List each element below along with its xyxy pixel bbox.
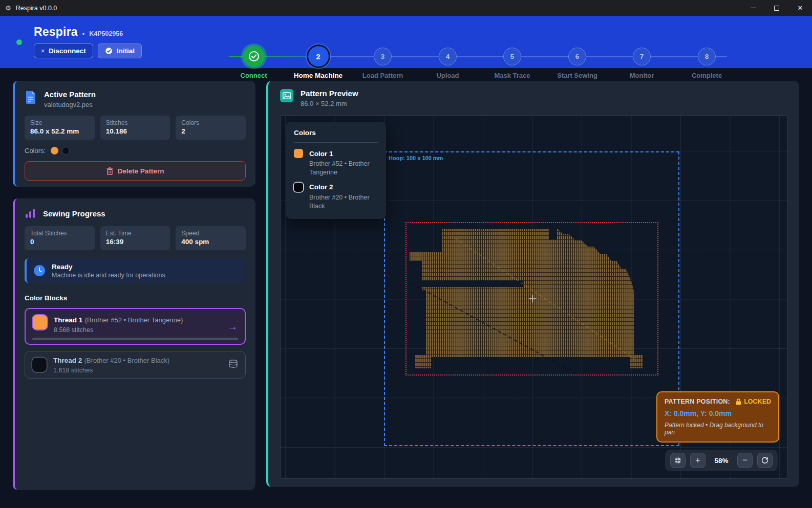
thread-1-row[interactable]: Thread 1 (Brother #52 • Brother Tangerin… <box>25 308 246 345</box>
step-number: 4 <box>439 48 457 65</box>
serial-bullet: • <box>82 30 84 37</box>
pattern-coordinates: X: 0.0mm, Y: 0.0mm <box>665 409 771 417</box>
fit-to-screen-icon <box>674 456 682 465</box>
maximize-button[interactable] <box>765 0 788 16</box>
step-start-sewing[interactable]: 6 Start Sewing <box>545 45 610 79</box>
legend-item-color-1: Color 1 Brother #52 • Brother Tangerine <box>294 149 378 177</box>
step-label: Start Sewing <box>545 72 610 79</box>
delete-pattern-button[interactable]: Delete Pattern <box>25 161 246 181</box>
disconnect-x-icon: × <box>41 48 45 55</box>
step-load-pattern[interactable]: 3 Load Pattern <box>350 45 415 79</box>
step-upload[interactable]: 4 Upload <box>415 45 480 79</box>
color-dot-black <box>62 147 70 154</box>
pattern-colors-row: Colors: <box>25 147 246 154</box>
reset-view-button[interactable] <box>757 453 773 468</box>
stat-speed: Speed 400 spm <box>176 226 246 250</box>
status-title: Ready <box>52 263 165 271</box>
legend-title: Colors <box>294 129 378 137</box>
pattern-lock-hint: Pattern locked • Drag background to pan <box>665 422 771 436</box>
image-icon <box>280 89 293 102</box>
step-connect[interactable]: Connect <box>221 45 286 79</box>
colors-label: Colors: <box>25 147 46 154</box>
disconnect-label: Disconnect <box>49 47 86 55</box>
pattern-filename: valetudogv2.pes <box>44 101 96 108</box>
step-label: Upload <box>415 72 480 79</box>
titlebar: ⚙ Respira v0.0.0 ✕ <box>0 0 812 16</box>
disconnect-button[interactable]: × Disconnect <box>34 43 93 58</box>
step-label: Complete <box>674 72 739 79</box>
stat-stitches: Stitches 10.186 <box>100 116 170 140</box>
legend-swatch-orange <box>294 149 303 158</box>
delete-pattern-label: Delete Pattern <box>118 167 164 175</box>
stat-value: 10.186 <box>106 127 165 135</box>
thread-stitch-count: 1.618 stitches <box>53 367 169 374</box>
thread-detail: (Brother #52 • Brother Tangerine) <box>85 316 183 324</box>
close-icon: ✕ <box>798 4 803 12</box>
step-number: 3 <box>374 48 392 65</box>
color-blocks-label: Color Blocks <box>25 294 246 302</box>
thread-name: Thread 1 <box>54 316 82 324</box>
stat-value: 2 <box>181 127 240 135</box>
check-circle-icon <box>248 51 260 62</box>
step-number: 6 <box>568 48 586 65</box>
stat-est-time: Est. Time 16:39 <box>100 226 170 250</box>
sewing-progress-card: Sewing Progress Total Stitches 0 Est. Ti… <box>13 198 255 490</box>
plus-icon: + <box>695 455 700 466</box>
step-number: 8 <box>698 48 716 65</box>
stat-label: Size <box>30 119 89 126</box>
step-number: 2 <box>308 46 329 67</box>
fit-to-screen-button[interactable] <box>670 453 686 468</box>
check-circle-icon <box>105 47 113 55</box>
legend-color-name: Color 2 <box>309 183 333 191</box>
step-label: Load Pattern <box>350 72 415 79</box>
hoop-label: Hoop: 100 x 100 mm <box>389 155 443 161</box>
pattern-dimensions: 86.0 × 52.2 mm <box>301 100 358 107</box>
step-label: Mask Trace <box>480 72 545 79</box>
initial-button[interactable]: Initial <box>98 43 142 58</box>
stat-label: Total Stitches <box>30 230 89 237</box>
thread-stitch-count: 8.568 stitches <box>54 326 183 334</box>
stat-colors: Colors 2 <box>176 116 246 140</box>
bar-chart-icon <box>25 208 36 219</box>
step-label: Connect <box>221 72 286 79</box>
step-number: 5 <box>503 48 521 65</box>
canvas-center-cross <box>528 295 537 303</box>
machine-status-banner: Ready Machine is idle and ready for oper… <box>25 258 246 283</box>
thread-1-swatch <box>33 315 47 329</box>
step-complete[interactable]: 8 Complete <box>674 45 739 79</box>
thread-2-swatch <box>32 358 47 372</box>
step-mask-trace[interactable]: 5 Mask Trace <box>480 45 545 79</box>
zoom-out-button[interactable]: − <box>737 453 753 468</box>
step-monitor[interactable]: 7 Monitor <box>609 45 674 79</box>
status-description: Machine is idle and ready for operations <box>52 272 165 279</box>
preview-canvas[interactable]: Hoop: 100 x 100 mm <box>280 115 788 479</box>
step-done-circle <box>243 46 265 67</box>
step-home-machine[interactable]: 2 Home Machine <box>286 45 351 79</box>
zoom-toolbar: + 58% − <box>665 450 778 471</box>
legend-color-detail: Brother #20 • Brother Black <box>309 193 378 211</box>
step-number: 7 <box>633 48 651 65</box>
clock-icon <box>33 264 46 277</box>
stat-label: Colors <box>181 119 240 126</box>
legend-color-detail: Brother #52 • Brother Tangerine <box>309 160 378 177</box>
step-label: Monitor <box>609 72 674 79</box>
stat-value: 86.0 x 52.2 mm <box>30 127 89 135</box>
app-header: Respira • K4P502956 × Disconnect Initial <box>0 16 812 68</box>
document-icon <box>25 90 37 104</box>
minimize-button[interactable] <box>741 0 765 16</box>
close-button[interactable]: ✕ <box>788 0 812 16</box>
legend-divider <box>294 142 378 143</box>
active-pattern-title: Active Pattern <box>44 90 96 99</box>
window-controls: ✕ <box>741 0 812 16</box>
window-title: Respira v0.0.0 <box>16 5 57 12</box>
legend-item-color-2: Color 2 Brother #20 • Brother Black <box>294 183 378 211</box>
arrow-right-icon: → <box>227 321 238 332</box>
active-pattern-card: Active Pattern valetudogv2.pes Size 86.0… <box>13 81 255 187</box>
stat-size: Size 86.0 x 52.2 mm <box>25 116 95 140</box>
stat-label: Stitches <box>106 119 165 126</box>
zoom-in-button[interactable]: + <box>690 453 706 468</box>
thread-2-row[interactable]: Thread 2 (Brother #20 • Brother Black) 1… <box>25 351 246 379</box>
color-dot-orange <box>51 147 58 154</box>
pattern-preview-title: Pattern Preview <box>301 89 358 98</box>
step-label: Home Machine <box>286 72 351 79</box>
